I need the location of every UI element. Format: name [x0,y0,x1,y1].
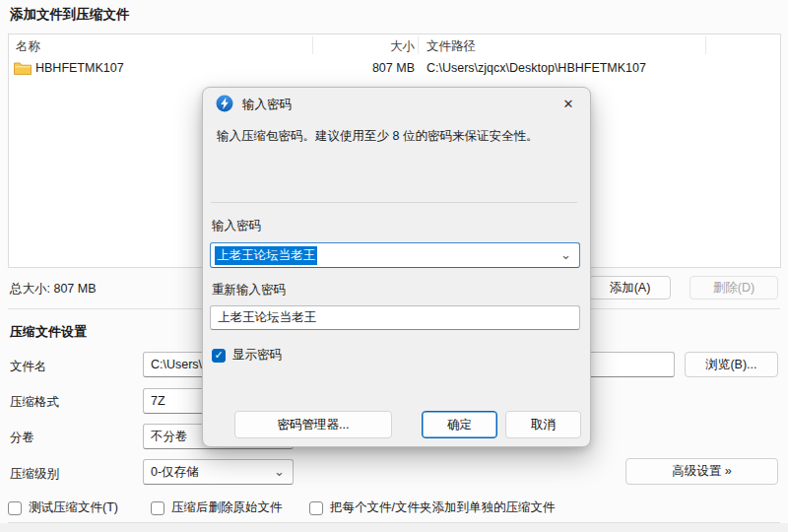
filename-value: C:\Users\ [151,358,202,371]
delete-after-checkbox[interactable]: 压缩后删除原始文件 [151,499,283,516]
chevron-down-icon: ⌄ [274,464,285,477]
volume-label: 分卷 [10,430,34,446]
dialog-title: 输入密码 [242,97,292,113]
browse-button[interactable]: 浏览(B)... [685,352,778,377]
settings-section-title: 压缩文件设置 [10,323,87,341]
folder-icon [14,61,32,78]
column-header-name[interactable]: 名称 [16,38,40,55]
volume-value: 不分卷 [151,429,188,445]
delete-button[interactable]: 删除(D) [690,276,778,299]
column-header-path[interactable]: 文件路径 [427,38,476,55]
test-archive-checkbox[interactable]: 测试压缩文件(T) [8,499,118,516]
dialog-description: 输入压缩包密码。建议使用至少 8 位的密码来保证安全性。 [217,128,581,146]
password-dialog: 输入密码 ✕ 输入压缩包密码。建议使用至少 8 位的密码来保证安全性。 输入密码… [202,87,591,447]
show-password-checkbox[interactable]: ✓ 显示密码 [212,347,282,364]
password-manager-button[interactable]: 密码管理器... [234,411,392,438]
checkbox-icon [8,501,22,515]
filename-label: 文件名 [10,359,47,375]
bandizip-app-icon [216,95,233,115]
add-button[interactable]: 添加(A) [589,276,671,299]
password-combobox[interactable]: 上老王论坛当老王 ⌄ [210,242,580,268]
column-separator [418,36,419,54]
format-label: 压缩格式 [10,394,59,411]
total-size-label: 总大小: 807 MB [10,281,97,298]
format-value: 7Z [151,394,165,408]
checkbox-icon [309,501,323,515]
separate-archives-label: 把每个文件/文件夹添加到单独的压缩文件 [330,499,555,516]
advanced-settings-button[interactable]: 高级设置 » [625,458,778,485]
password-value: 上老王论坛当老王 [215,246,317,265]
test-archive-label: 测试压缩文件(T) [29,499,118,516]
file-list-header[interactable]: 名称 大小 文件路径 [9,34,780,57]
confirm-password-value: 上老王论坛当老王 [218,309,316,326]
column-header-size[interactable]: 大小 [334,38,415,55]
show-password-label: 显示密码 [232,347,282,364]
confirm-password-label: 重新输入密码 [212,282,286,299]
level-combobox[interactable]: 0-仅存储 ⌄ [143,459,294,485]
dialog-divider [211,202,577,203]
checkbox-checked-icon: ✓ [212,349,226,363]
cancel-button[interactable]: 取消 [505,411,581,438]
password-label: 输入密码 [212,218,261,234]
ok-button[interactable]: 确定 [422,411,497,438]
level-label: 压缩级别 [10,466,59,483]
confirm-password-input[interactable]: 上老王论坛当老王 [210,305,580,330]
footer-area [0,523,788,532]
window-title: 添加文件到压缩文件 [10,6,130,24]
checkbox-icon [151,501,164,515]
separate-archives-checkbox[interactable]: 把每个文件/文件夹添加到单独的压缩文件 [309,499,555,516]
delete-after-label: 压缩后删除原始文件 [171,499,283,516]
column-separator [312,36,313,54]
chevron-down-icon: ⌄ [560,247,571,260]
close-icon[interactable]: ✕ [558,94,578,113]
file-name: HBHFETMK107 [35,61,124,75]
level-value: 0-仅存储 [151,464,199,481]
file-path: C:\Users\zjqcx\Desktop\HBHFETMK107 [427,61,646,75]
file-size: 807 MB [334,61,415,75]
column-separator [705,36,706,54]
